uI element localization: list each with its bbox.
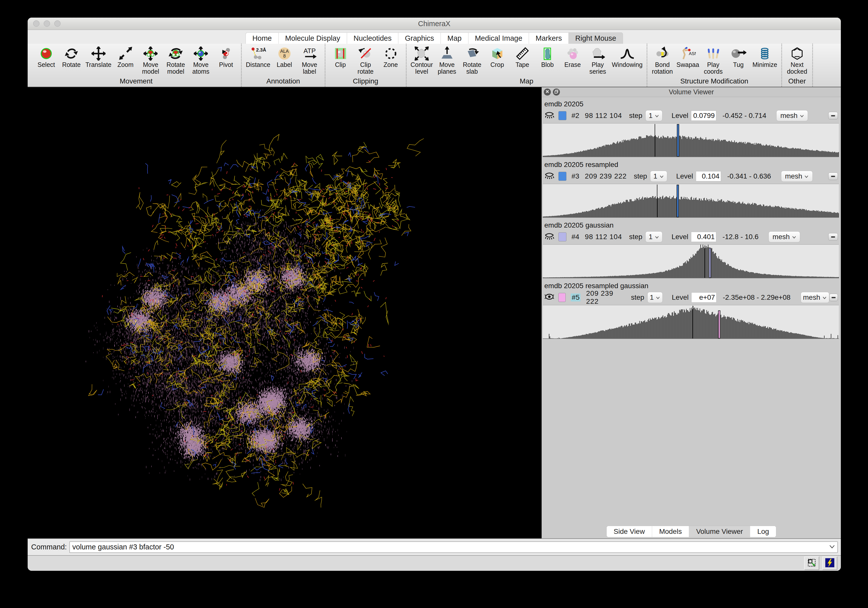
speed-tool-button[interactable]	[822, 557, 837, 570]
tab-right-mouse[interactable]: Right Mouse	[569, 33, 623, 44]
graphics-viewport[interactable]	[28, 87, 542, 538]
toolbar-button-play-coords[interactable]: Play coords	[701, 45, 726, 75]
volume-controls: #3209 239 222step1Level-0.341 - 0.636mes…	[542, 170, 841, 183]
toolbar-button-move-label[interactable]: ATPMove label	[297, 45, 322, 75]
histogram[interactable]	[543, 305, 839, 339]
toolbar-button-zone[interactable]: Zone	[378, 45, 403, 68]
color-swatch[interactable]	[558, 293, 566, 302]
style-select[interactable]: mesh	[781, 171, 813, 182]
toolbar-button-label[interactable]: ALA8Label	[272, 45, 297, 68]
step-label: step	[629, 112, 642, 120]
toolbar-button-pivot[interactable]: Pivot	[213, 45, 239, 68]
volume-controls: #298 112 104step1Level-0.452 - 0.714mesh	[542, 109, 841, 122]
histogram-canvas[interactable]	[543, 305, 839, 339]
toolbar-button-play-series[interactable]: Play series	[585, 45, 611, 75]
toolbar-button-distance[interactable]: 2.3ÅDistance	[244, 45, 272, 68]
close-icon	[545, 89, 550, 95]
ribbon-tab-bar: HomeMolecule DisplayNucleotidesGraphicsM…	[28, 30, 841, 44]
style-select[interactable]: mesh	[801, 292, 829, 303]
histogram-canvas[interactable]	[543, 245, 839, 278]
toolbar-button-bond-rotation[interactable]: Bond rotation	[650, 45, 675, 75]
bottom-tab-log[interactable]: Log	[750, 526, 776, 537]
toolbar-button-next-docked[interactable]: Next docked	[784, 45, 810, 75]
tab-molecule-display[interactable]: Molecule Display	[279, 33, 347, 44]
color-swatch[interactable]	[558, 111, 566, 120]
tab-graphics[interactable]: Graphics	[398, 33, 441, 44]
step-select[interactable]: 1	[650, 171, 667, 182]
volume-name: emdb 20205 resampled	[544, 161, 841, 169]
toolbar-button-crop[interactable]: Crop	[485, 45, 510, 68]
toolbar-button-windowing[interactable]: Windowing	[611, 45, 644, 68]
tab-markers[interactable]: Markers	[529, 33, 569, 44]
bottom-tab-side-view[interactable]: Side View	[607, 526, 652, 537]
level-input[interactable]	[691, 232, 716, 242]
level-input[interactable]	[691, 110, 716, 121]
title-bar[interactable]: ChimeraX	[28, 18, 841, 30]
level-input[interactable]	[696, 171, 721, 182]
toolbar-button-minimize[interactable]: Minimize	[751, 45, 779, 68]
toolbar-button-move-atoms[interactable]: Move atoms	[188, 45, 213, 75]
step-value: 1	[653, 172, 657, 180]
color-swatch[interactable]	[558, 172, 566, 181]
toolbar-button-move-planes[interactable]: Move planes	[434, 45, 460, 75]
toolbar-button-blob[interactable]: Blob	[535, 45, 560, 68]
toolbar-button-clip-rotate[interactable]: Clip rotate	[353, 45, 378, 75]
toolbar-button-rotate-model[interactable]: Rotate model	[163, 45, 188, 75]
toolbar-button-erase[interactable]: Erase	[560, 45, 585, 68]
command-input[interactable]	[69, 541, 838, 553]
resize-tool-button[interactable]	[804, 557, 819, 570]
spring-icon	[758, 46, 772, 61]
collapse-button[interactable]	[829, 294, 838, 301]
eye-closed-icon[interactable]	[544, 110, 555, 121]
histogram-canvas[interactable]	[543, 123, 839, 157]
step-select[interactable]: 1	[645, 110, 662, 121]
panel-close-button[interactable]	[544, 89, 551, 96]
step-select[interactable]: 1	[647, 292, 663, 303]
toolbar-button-rotate[interactable]: Rotate	[59, 45, 84, 68]
panel-float-button[interactable]	[553, 89, 560, 96]
toolbar-button-tape[interactable]: Tape	[510, 45, 535, 68]
histogram-canvas[interactable]	[543, 184, 839, 218]
toolbar-button-clip[interactable]: Clip	[328, 45, 353, 68]
toolbar-button-swapaa[interactable]: ASNSwapaa	[675, 45, 701, 68]
level-input[interactable]	[691, 292, 717, 303]
toolbar-button-label: Move planes	[438, 61, 456, 75]
bottom-tab-volume-viewer[interactable]: Volume Viewer	[689, 526, 750, 537]
molecule-render[interactable]	[28, 87, 542, 538]
tab-home[interactable]: Home	[245, 33, 279, 44]
histogram[interactable]	[543, 244, 839, 278]
step-select[interactable]: 1	[645, 231, 662, 243]
toolbar-button-translate[interactable]: Translate	[84, 45, 113, 68]
collapse-button[interactable]	[828, 112, 838, 120]
clip-rotate-icon	[359, 46, 373, 61]
toolbar-button-select[interactable]: Select	[34, 45, 59, 68]
eye-closed-icon[interactable]	[544, 171, 555, 182]
toolbar-button-rotate-slab[interactable]: Rotate slab	[460, 45, 485, 75]
command-label: Command:	[31, 543, 67, 551]
toolbar-button-label: Zoom	[117, 61, 133, 68]
toolbar-button-contour-level[interactable]: Contour level	[409, 45, 434, 75]
toolbar-button-zoom[interactable]: Zoom	[113, 45, 138, 68]
eye-closed-icon[interactable]	[544, 232, 555, 243]
collapse-button[interactable]	[828, 173, 838, 180]
close-button[interactable]	[33, 20, 39, 26]
histogram[interactable]	[543, 184, 839, 218]
eye-open-icon[interactable]	[544, 292, 555, 303]
command-history-chevron-icon[interactable]	[829, 544, 835, 550]
zoom-button[interactable]	[54, 20, 60, 26]
toolbar-button-tug[interactable]: Tug	[726, 45, 751, 68]
bottom-tab-models[interactable]: Models	[652, 526, 689, 537]
tab-medical-image[interactable]: Medical Image	[468, 33, 529, 44]
style-select[interactable]: mesh	[769, 231, 800, 243]
distance-icon: 2.3Å	[250, 46, 266, 61]
bond-rotation-icon	[656, 46, 670, 61]
histogram[interactable]	[543, 123, 839, 157]
collapse-button[interactable]	[828, 233, 838, 241]
toolbar-button-move-model[interactable]: Move model	[138, 45, 163, 75]
style-select[interactable]: mesh	[776, 110, 808, 121]
step-value: 1	[649, 233, 653, 241]
minimize-button[interactable]	[44, 20, 50, 26]
tab-nucleotides[interactable]: Nucleotides	[347, 33, 398, 44]
tab-map[interactable]: Map	[440, 33, 468, 44]
color-swatch[interactable]	[558, 232, 566, 241]
